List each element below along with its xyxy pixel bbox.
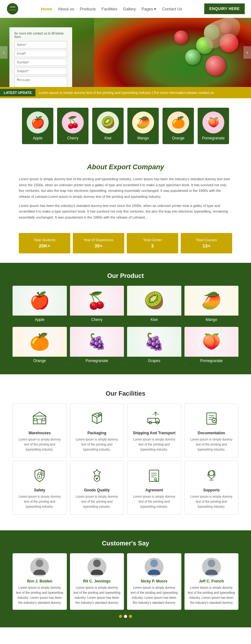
pomegranate-emoji: 🍑	[208, 118, 219, 127]
svg-point-34	[36, 560, 43, 567]
page-dot-1[interactable]	[119, 615, 122, 618]
gap2	[0, 524, 251, 530]
name-input[interactable]	[14, 41, 67, 48]
about-para1: Lorem Ipsum is simply dummy text of the …	[19, 176, 232, 200]
gap1	[0, 374, 251, 381]
message-input[interactable]	[14, 76, 67, 87]
stat-courses-label: Total Courses	[187, 238, 226, 242]
logo: LOGO EXPORTS	[6, 3, 19, 15]
product-mango-emoji: 🥭	[201, 291, 222, 310]
product-mango[interactable]: 🥭 Mango	[184, 286, 239, 324]
product-orange[interactable]: 🍊 Orange	[13, 327, 67, 365]
category-kiwi[interactable]: 🥝 Kiwi	[92, 108, 124, 144]
pomegranate-img: 🍑	[202, 111, 224, 133]
email-input[interactable]	[14, 50, 67, 57]
product-cherry-emoji: 🍒	[87, 291, 107, 310]
nav-about[interactable]: About us	[58, 7, 74, 11]
stat-exp-label: Year Of Experience	[79, 238, 118, 242]
stat-courses: Total Courses 13+	[181, 233, 232, 253]
svg-point-37	[208, 560, 215, 567]
categories-section: 🍎 Apple 🍒 Cherry 🥝 Kiwi 🥭 Mango 🍊	[0, 98, 251, 154]
shipping-name: Shipping And Transport	[131, 431, 177, 435]
subject-input[interactable]	[14, 68, 67, 75]
category-orange[interactable]: 🍊 Orange	[163, 108, 194, 144]
product-orange-emoji: 🍊	[29, 332, 50, 351]
nav-home[interactable]: Home	[41, 7, 52, 11]
product-pomegranate2-img: 🍑	[184, 327, 239, 357]
pagination	[13, 610, 238, 618]
product-cherry-img: 🍒	[70, 286, 124, 316]
ticker-label: LATEST UPDATE	[0, 89, 35, 96]
facilities-heading: Our Facilities	[13, 390, 238, 397]
nav-contact[interactable]: Contact Us	[162, 7, 182, 11]
stat-center-value: 3	[133, 243, 172, 248]
quality-name: Goods Quality	[74, 488, 120, 492]
product-apple[interactable]: 🍎 Apple	[13, 286, 67, 324]
product-apple-emoji: 🍎	[29, 291, 50, 310]
stat-exp-value: 35+	[79, 243, 118, 248]
page-dot-3[interactable]	[129, 615, 132, 618]
jeff-avatar	[202, 558, 221, 576]
nav-pages[interactable]: Pages ▾	[142, 7, 156, 11]
stat-courses-value: 13+	[187, 243, 226, 248]
facility-packaging: Packaging Lorem ipsum is simply dummy te…	[70, 403, 124, 457]
rit-text: Lorem Ipsum is simply dummy text of the …	[73, 585, 121, 605]
kiwi-emoji: 🥝	[101, 117, 115, 128]
slider-prev[interactable]: ‹	[0, 46, 8, 59]
customers-section: Customer's Say Ron J. Bolden Lorem Ipsum…	[0, 530, 251, 627]
navbar: LOGO EXPORTS Home About us Products Faci…	[0, 0, 251, 18]
facility-documentation: Documentation Lorem ipsum is simply dumm…	[184, 403, 239, 457]
number-input[interactable]	[14, 59, 67, 66]
facilities-grid: Warehouses Lorem ipsum is simply dummy t…	[13, 403, 238, 515]
category-cherry[interactable]: 🍒 Cherry	[57, 108, 88, 144]
products-section: Our Product 🍎 Apple 🍒 Cherry 🥝 Kiwi 🥭 Ma…	[0, 263, 251, 374]
ron-name: Ron J. Bolden	[16, 579, 64, 583]
nav-links: Home About us Products Facilities Galler…	[41, 7, 182, 11]
svg-text:LOGO: LOGO	[10, 6, 15, 8]
category-apple[interactable]: 🍎 Apple	[22, 108, 53, 144]
cherry-emoji: 🍒	[66, 117, 80, 128]
form-title: for more info contact us to fill below f…	[14, 32, 67, 39]
category-pomegranate[interactable]: 🍑 Pomegranate	[198, 108, 229, 144]
svg-rect-7	[42, 418, 45, 421]
mango-img: 🥭	[132, 111, 154, 133]
warehouse-icon	[30, 409, 49, 428]
nicky-name: Nicky P. Moore	[130, 579, 178, 583]
agreement-desc: Lorem ipsum is simply dummy text of the …	[131, 494, 177, 509]
product-pomegranate-img: 🍇	[70, 327, 124, 357]
facility-safety: Safety Lorem ipsum is simply dummy text …	[13, 461, 67, 515]
fruit-green-3	[185, 49, 201, 65]
logo-icon: LOGO EXPORTS	[6, 3, 19, 15]
product-kiwi[interactable]: 🥝 Kiwi	[127, 286, 181, 324]
product-grapes[interactable]: 🍇 Grapes	[127, 327, 181, 365]
product-grapes-emoji: 🍇	[144, 332, 164, 351]
product-pomegranate-name: Pomegranate	[70, 357, 124, 365]
about-para2: Lorem Ipsum has been the industry's stan…	[19, 203, 232, 220]
products-heading: Our Product	[13, 272, 238, 279]
about-heading: About Export Company	[19, 163, 232, 171]
safety-icon	[30, 466, 49, 485]
enquiry-button[interactable]: ENQUIRY HERE	[204, 3, 245, 14]
page-dot-2[interactable]	[124, 615, 127, 618]
mango-emoji: 🥭	[136, 117, 150, 128]
fruit-red-3	[206, 56, 226, 76]
nav-gallery[interactable]: Gallery	[123, 7, 136, 11]
packaging-desc: Lorem ipsum is simply dummy text of the …	[74, 437, 120, 452]
ticker-bar: LATEST UPDATE Lorem Ipsum is simply dumm…	[0, 87, 251, 98]
jeff-text: Lorem Ipsum is simply dummy text of the …	[188, 585, 236, 605]
mango-label: Mango	[130, 136, 156, 140]
nav-facilities[interactable]: Facilities	[101, 7, 117, 11]
product-grapes-name: Grapes	[127, 357, 181, 365]
safety-desc: Lorem ipsum is simply dummy text of the …	[17, 494, 63, 509]
svg-text:EXPORTS: EXPORTS	[9, 9, 16, 11]
product-kiwi-emoji: 🥝	[144, 291, 164, 310]
customers-grid: Ron J. Bolden Lorem Ipsum is simply dumm…	[13, 553, 238, 610]
slider-next[interactable]: ›	[243, 46, 251, 59]
product-cherry[interactable]: 🍒 Cherry	[70, 286, 124, 324]
cherry-img: 🍒	[62, 111, 84, 133]
nav-products[interactable]: Products	[80, 7, 96, 11]
product-pomegranate2[interactable]: 🍑 Pomegranate	[184, 327, 239, 365]
contact-form: for more info contact us to fill below f…	[9, 27, 72, 87]
product-pomegranate[interactable]: 🍇 Pomegranate	[70, 327, 124, 365]
category-mango[interactable]: 🥭 Mango	[127, 108, 159, 144]
